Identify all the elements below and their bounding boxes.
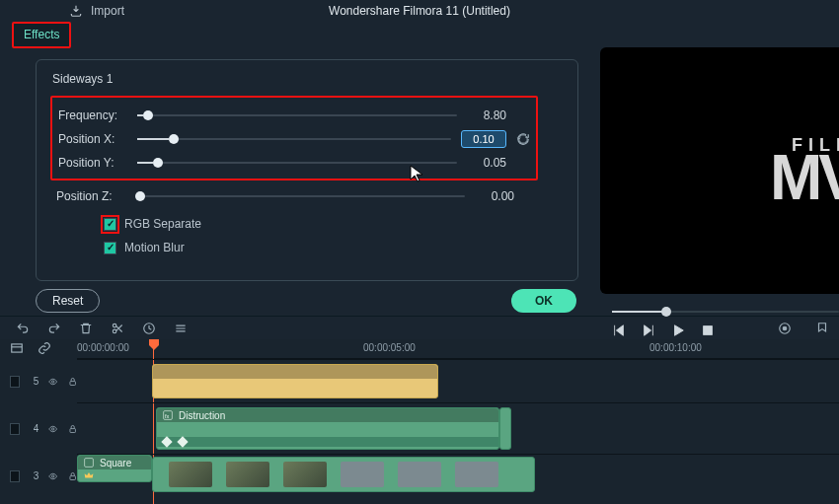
prev-frame-icon[interactable] <box>612 324 626 337</box>
play-icon[interactable] <box>671 324 685 337</box>
fx-icon: fx <box>163 410 173 420</box>
position-y-slider[interactable] <box>137 156 457 170</box>
keyframe-row[interactable] <box>157 437 498 447</box>
clip-sideways[interactable] <box>152 364 438 398</box>
svg-rect-8 <box>70 428 75 432</box>
import-button[interactable]: Import <box>69 4 124 18</box>
clip-thumb <box>169 462 212 487</box>
svg-point-7 <box>52 427 54 429</box>
motion-blur-label: Motion Blur <box>124 241 185 254</box>
svg-rect-13 <box>85 459 94 468</box>
frequency-value: 8.80 <box>467 108 506 122</box>
track-number-4: 4 <box>30 423 38 434</box>
video-preview: FILM MV <box>600 47 839 294</box>
clip-distruction-label: Distruction <box>179 410 225 421</box>
fx-icon <box>84 458 94 468</box>
crown-icon <box>84 470 94 480</box>
redo-icon[interactable] <box>47 322 61 335</box>
position-z-value: 0.00 <box>475 189 514 203</box>
clip-thumb <box>455 462 498 487</box>
playhead-icon[interactable] <box>148 339 160 351</box>
lock-icon[interactable] <box>68 470 77 482</box>
link-icon[interactable] <box>38 341 51 355</box>
app-title: Wondershare Filmora 11 (Untitled) <box>0 4 839 18</box>
position-x-input[interactable]: 0.10 <box>461 130 506 148</box>
preview-scrubber[interactable] <box>612 306 839 318</box>
svg-rect-6 <box>70 381 75 385</box>
effect-properties-panel: Sideways 1 Frequency: 8.80 Position X: <box>36 59 578 281</box>
position-y-label: Position Y: <box>58 156 127 170</box>
clip-square-label[interactable]: Square <box>77 455 152 482</box>
track-display-icon[interactable] <box>10 341 24 355</box>
marker-icon[interactable] <box>815 322 829 335</box>
import-label: Import <box>91 4 124 18</box>
effect-name: Sideways 1 <box>52 72 560 86</box>
visibility-icon[interactable] <box>48 423 57 435</box>
motion-blur-checkbox[interactable] <box>104 242 116 254</box>
svg-point-5 <box>52 380 54 382</box>
render-icon[interactable] <box>778 322 792 335</box>
lock-icon[interactable] <box>68 423 77 435</box>
clip-tail[interactable] <box>499 407 511 450</box>
visibility-icon[interactable] <box>48 376 57 388</box>
position-x-slider[interactable] <box>137 132 451 146</box>
position-z-label: Position Z: <box>56 189 125 203</box>
ruler-t2: 00:00:10:00 <box>649 342 702 353</box>
clip-thumb <box>398 462 441 487</box>
clip-square-label-text: Square <box>100 458 131 468</box>
svg-point-3 <box>783 326 787 330</box>
rgb-separate-checkbox[interactable] <box>104 218 116 231</box>
svg-point-11 <box>52 474 54 476</box>
lock-icon[interactable] <box>68 376 77 388</box>
position-y-value: 0.05 <box>467 156 506 170</box>
clip-thumb <box>226 462 269 487</box>
track-toggle[interactable] <box>10 470 20 482</box>
svg-rect-12 <box>70 475 75 479</box>
ruler-t1: 00:00:05:00 <box>363 342 416 353</box>
track-number-5: 5 <box>30 376 38 387</box>
frequency-label: Frequency: <box>58 108 127 122</box>
preview-content: FILM MV <box>770 138 839 203</box>
reset-button[interactable]: Reset <box>36 289 100 313</box>
tab-effects[interactable]: Effects <box>12 22 71 48</box>
clip-square[interactable] <box>152 457 535 492</box>
delete-icon[interactable] <box>79 322 93 335</box>
clip-thumb <box>341 462 384 487</box>
undo-icon[interactable] <box>16 322 30 335</box>
svg-text:fx: fx <box>165 413 170 419</box>
track-number-3: 3 <box>30 470 38 481</box>
svg-rect-4 <box>12 344 23 352</box>
menu-icon[interactable] <box>174 322 188 335</box>
ok-button[interactable]: OK <box>511 289 576 313</box>
stop-icon[interactable] <box>701 324 715 337</box>
timeline-ruler[interactable]: 00:00:00:00 00:00:05:00 00:00:10:00 <box>77 339 839 359</box>
speed-icon[interactable] <box>142 322 156 335</box>
highlighted-params-group: Frequency: 8.80 Position X: 0.10 <box>50 96 538 180</box>
split-icon[interactable] <box>111 322 124 335</box>
rgb-separate-label: RGB Separate <box>124 217 201 231</box>
track-toggle[interactable] <box>10 423 20 435</box>
step-back-icon[interactable] <box>642 324 655 337</box>
reset-param-icon[interactable] <box>516 132 530 146</box>
position-z-slider[interactable] <box>135 189 465 203</box>
import-icon <box>69 4 83 18</box>
clip-distruction[interactable]: fx Distruction <box>156 407 499 450</box>
track-toggle[interactable] <box>10 376 20 388</box>
visibility-icon[interactable] <box>48 470 57 482</box>
frequency-slider[interactable] <box>137 108 457 122</box>
ruler-t0: 00:00:00:00 <box>77 342 129 353</box>
svg-rect-0 <box>704 326 713 335</box>
position-x-label: Position X: <box>58 132 127 146</box>
clip-thumb <box>283 462 327 487</box>
